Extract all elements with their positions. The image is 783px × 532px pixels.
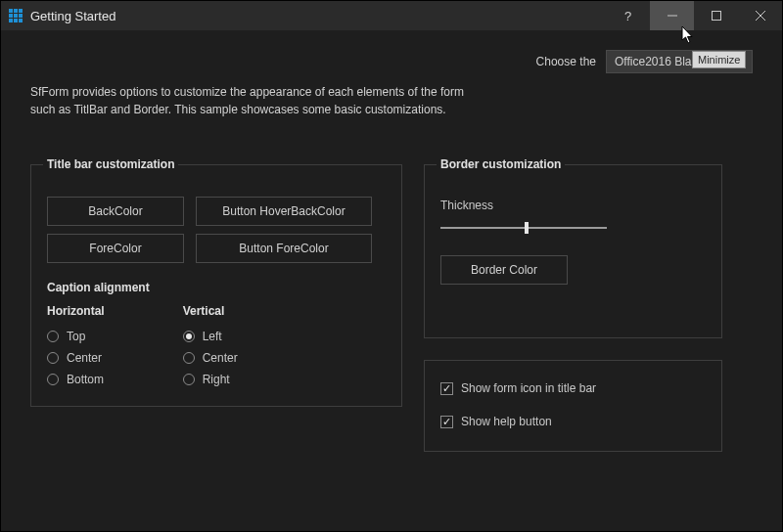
window-title: Getting Started: [30, 9, 115, 23]
form-options-group: Show form icon in title bar Show help bu…: [424, 360, 722, 452]
slider-thumb-icon: [525, 222, 529, 234]
thickness-slider[interactable]: [440, 220, 607, 236]
titlebar-customization-group: Title bar customization BackColor Button…: [30, 157, 402, 407]
help-button[interactable]: ?: [606, 1, 650, 30]
radio-icon: [47, 331, 59, 342]
caption-alignment-label: Caption alignment: [47, 281, 386, 294]
vertical-label: Vertical: [183, 304, 238, 318]
minimize-tooltip: Minimize: [692, 51, 746, 68]
radio-icon: [183, 331, 195, 342]
theme-label: Choose the: [536, 55, 596, 68]
radio-horizontal-bottom[interactable]: Bottom: [47, 369, 105, 390]
show-form-icon-checkbox[interactable]: Show form icon in title bar: [440, 375, 706, 402]
app-icon: [9, 9, 23, 22]
horizontal-label: Horizontal: [47, 304, 105, 318]
button-forecolor-button[interactable]: Button ForeColor: [196, 234, 372, 263]
titlebar-group-legend: Title bar customization: [43, 157, 178, 171]
window-buttons: ?: [606, 1, 782, 30]
theme-selected-value: Office2016 Black: [615, 55, 704, 68]
radio-horizontal-top[interactable]: Top: [47, 326, 105, 347]
close-button[interactable]: [738, 1, 782, 30]
thickness-label: Thickness: [440, 199, 706, 212]
radio-icon: [183, 374, 195, 385]
title-bar: Getting Started ?: [1, 1, 782, 30]
checkbox-icon: [440, 382, 453, 395]
radio-icon: [47, 352, 59, 364]
intro-text: SfForm provides options to customize the…: [30, 83, 481, 118]
radio-icon: [183, 352, 195, 364]
radio-horizontal-center[interactable]: Center: [47, 347, 105, 369]
radio-vertical-left[interactable]: Left: [183, 326, 238, 347]
button-hoverbackcolor-button[interactable]: Button HoverBackColor: [196, 197, 372, 226]
backcolor-button[interactable]: BackColor: [47, 197, 184, 226]
svg-rect-1: [712, 12, 720, 21]
border-color-button[interactable]: Border Color: [440, 255, 568, 285]
radio-vertical-center[interactable]: Center: [183, 347, 238, 369]
radio-icon: [47, 374, 59, 385]
border-customization-group: Border customization Thickness Border Co…: [424, 157, 722, 338]
maximize-button[interactable]: [694, 1, 738, 30]
forecolor-button[interactable]: ForeColor: [47, 234, 184, 263]
content-area: Choose the Office2016 Black SfForm provi…: [1, 30, 782, 452]
show-help-button-checkbox[interactable]: Show help button: [440, 408, 706, 435]
border-group-legend: Border customization: [437, 157, 565, 171]
minimize-button[interactable]: [650, 1, 694, 30]
radio-vertical-right[interactable]: Right: [183, 369, 238, 390]
checkbox-icon: [440, 416, 453, 428]
